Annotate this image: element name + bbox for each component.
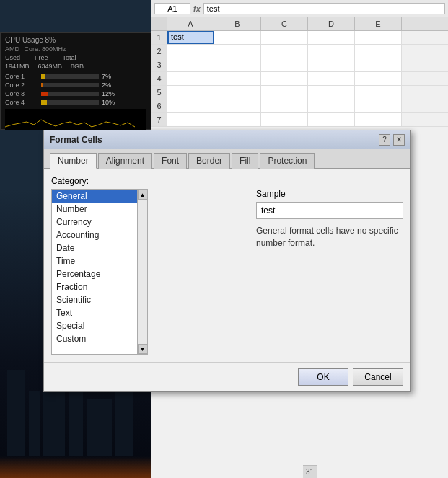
category-item-custom[interactable]: Custom	[52, 332, 137, 345]
category-item-scientific[interactable]: Scientific	[52, 293, 137, 306]
sample-label: Sample	[256, 189, 403, 199]
cell-e6[interactable]	[355, 99, 402, 112]
cell-b3[interactable]	[214, 58, 261, 71]
col-header-d: D	[308, 17, 355, 30]
cell-e2[interactable]	[355, 45, 402, 58]
right-panel: Sample test General format cells have no…	[249, 189, 403, 355]
cell-a7[interactable]	[167, 113, 214, 126]
column-headers: A B C D E	[151, 17, 448, 31]
formula-fx-label: fx	[193, 4, 201, 13]
cell-e4[interactable]	[355, 72, 402, 85]
cell-b6[interactable]	[214, 99, 261, 112]
cell-c2[interactable]	[261, 45, 308, 58]
cell-d5[interactable]	[308, 86, 355, 99]
sample-value: test	[261, 205, 275, 216]
grid-corner	[151, 17, 167, 30]
description-text: General format cells have no specific nu…	[256, 225, 403, 249]
cell-d3[interactable]	[308, 58, 355, 71]
category-item-time[interactable]: Time	[52, 255, 137, 267]
scroll-down-arrow[interactable]: ▼	[138, 344, 148, 354]
cancel-button[interactable]: Cancel	[353, 368, 403, 386]
dialog-title: Format Cells	[50, 135, 102, 145]
category-item-general[interactable]: General	[52, 190, 137, 203]
category-item-accounting[interactable]: Accounting	[52, 229, 137, 242]
category-item-text[interactable]: Text	[52, 306, 137, 319]
cpu-amd: AMD Core: 800MHz	[5, 45, 146, 53]
cell-b4[interactable]	[214, 72, 261, 85]
tab-font[interactable]: Font	[154, 153, 187, 169]
col-header-b: B	[214, 17, 261, 30]
category-section: General Number Currency Accounting Date …	[51, 189, 403, 355]
cell-d2[interactable]	[308, 45, 355, 58]
dialog-close-button[interactable]: ✕	[393, 134, 405, 146]
cell-a1[interactable]: test	[167, 31, 214, 44]
grid-row-3: 3	[151, 58, 448, 72]
dialog-titlebar: Format Cells ? ✕	[44, 130, 410, 149]
cell-e3[interactable]	[355, 58, 402, 71]
sample-box: test	[256, 202, 403, 219]
row-num-3: 3	[151, 58, 167, 71]
tab-alignment[interactable]: Alignment	[98, 153, 152, 169]
cell-e5[interactable]	[355, 86, 402, 99]
cell-b7[interactable]	[214, 113, 261, 126]
tab-number[interactable]: Number	[50, 153, 97, 169]
category-list[interactable]: General Number Currency Accounting Date …	[51, 189, 138, 355]
cell-c5[interactable]	[261, 86, 308, 99]
cell-d1[interactable]	[308, 31, 355, 44]
cpu-chart	[5, 109, 146, 130]
scroll-up-arrow[interactable]: ▲	[138, 190, 148, 200]
cell-a2[interactable]	[167, 45, 214, 58]
tab-fill[interactable]: Fill	[232, 153, 258, 169]
row-num-1: 1	[151, 31, 167, 44]
cell-d7[interactable]	[308, 113, 355, 126]
category-item-fraction[interactable]: Fraction	[52, 280, 137, 293]
ok-button[interactable]: OK	[298, 368, 348, 386]
category-label: Category:	[51, 176, 403, 186]
cell-a4[interactable]	[167, 72, 214, 85]
tabs-bar: Number Alignment Font Border Fill Protec…	[44, 149, 410, 169]
category-item-currency[interactable]: Currency	[52, 216, 137, 229]
grid-row-6: 6	[151, 99, 448, 113]
cell-c3[interactable]	[261, 58, 308, 71]
dialog-footer: OK Cancel	[44, 362, 410, 391]
cell-c4[interactable]	[261, 72, 308, 85]
cell-b5[interactable]	[214, 86, 261, 99]
cpu-core-3: Core 3 12%	[5, 90, 146, 97]
formula-bar: A1 fx test	[151, 0, 448, 17]
scroll-track	[138, 200, 147, 344]
row-num-4: 4	[151, 72, 167, 85]
formula-input[interactable]: test	[203, 3, 445, 14]
cell-e7[interactable]	[355, 113, 402, 126]
cpu-core-1: Core 1 7%	[5, 73, 146, 80]
category-item-number[interactable]: Number	[52, 203, 137, 216]
cell-c6[interactable]	[261, 99, 308, 112]
dialog-controls: ? ✕	[379, 134, 405, 146]
col-header-a: A	[167, 17, 214, 30]
tab-border[interactable]: Border	[188, 153, 230, 169]
category-item-percentage[interactable]: Percentage	[52, 267, 137, 280]
category-list-container: General Number Currency Accounting Date …	[51, 189, 148, 355]
cell-a6[interactable]	[167, 99, 214, 112]
grid-row-1: 1 test	[151, 31, 448, 45]
tab-protection[interactable]: Protection	[260, 153, 315, 169]
cell-d4[interactable]	[308, 72, 355, 85]
grid-row-7: 7	[151, 113, 448, 127]
row-num-7: 7	[151, 113, 167, 126]
row-numbers-bottom: 31	[303, 465, 317, 478]
cell-e1[interactable]	[355, 31, 402, 44]
cell-c1[interactable]	[261, 31, 308, 44]
cell-d6[interactable]	[308, 99, 355, 112]
grid: A B C D E 1 test 2 3	[151, 17, 448, 127]
category-item-special[interactable]: Special	[52, 319, 137, 332]
cell-a5[interactable]	[167, 86, 214, 99]
cpu-widget: CPU Usage 8% AMD Core: 800MHz Used Free …	[0, 32, 151, 130]
format-cells-dialog: Format Cells ? ✕ Number Alignment Font B…	[43, 130, 411, 392]
dialog-help-button[interactable]: ?	[379, 134, 390, 146]
cell-b2[interactable]	[214, 45, 261, 58]
category-item-date[interactable]: Date	[52, 242, 137, 255]
cell-c7[interactable]	[261, 113, 308, 126]
cell-a3[interactable]	[167, 58, 214, 71]
cell-b1[interactable]	[214, 31, 261, 44]
cpu-core-4: Core 4 10%	[5, 99, 146, 106]
category-scrollbar[interactable]: ▲ ▼	[138, 189, 148, 355]
